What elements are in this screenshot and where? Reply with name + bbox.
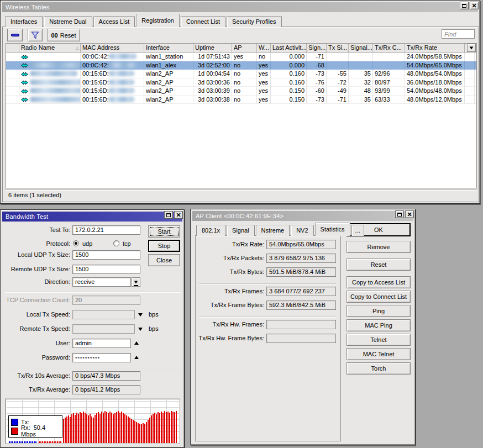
- tab-nstreme[interactable]: Nstreme: [256, 225, 290, 236]
- cell: 54.0Mbps/65.0Mbps: [405, 61, 465, 70]
- table-row[interactable]: 00:15:6D:wlan2_AP3d 03:00:39noyes0.150-6…: [6, 87, 476, 96]
- remove-button[interactable]: [7, 29, 23, 41]
- mac-ping-button[interactable]: MAC Ping: [347, 319, 411, 331]
- column-header-Radio Name[interactable]: Radio Name△: [19, 44, 81, 52]
- remote-tx-speed-unit: bps: [149, 325, 159, 332]
- window-title: Wireless Tables: [6, 4, 50, 10]
- close-button[interactable]: ✕: [405, 210, 414, 218]
- tab-security-profiles[interactable]: Security Profiles: [227, 16, 281, 27]
- cell: 1d 07:51:43: [193, 52, 232, 61]
- column-header-Tx/Rx Rate[interactable]: Tx/Rx Rate: [405, 44, 465, 52]
- remote-tx-speed-dropdown-icon[interactable]: [138, 328, 143, 331]
- column-header-Sign...[interactable]: Sign...: [307, 44, 327, 52]
- start-button[interactable]: Start: [148, 225, 180, 238]
- protocol-tcp-radio[interactable]: [113, 240, 119, 246]
- tab-nstreme-dual[interactable]: Nstreme Dual: [44, 16, 92, 27]
- tab-registration[interactable]: Registration: [136, 14, 180, 27]
- torch-button[interactable]: Torch: [347, 362, 411, 375]
- remove-button[interactable]: Remove: [347, 241, 411, 253]
- remote-udp-tx-size-input[interactable]: 1500: [72, 265, 140, 274]
- redacted-radio-name: [30, 71, 77, 76]
- tab-more[interactable]: ...: [351, 225, 364, 236]
- cell: no: [232, 96, 257, 104]
- column-header-AP[interactable]: AP: [232, 44, 257, 52]
- filter-button[interactable]: [28, 29, 43, 41]
- table-row[interactable]: 00:15:6D:wlan2_AP3d 03:00:36noyes0.160-7…: [6, 78, 476, 87]
- table-row[interactable]: 00:15:6D:wlan2_AP3d 03:00:38noyes0.150-7…: [6, 96, 476, 104]
- ping-button[interactable]: Ping: [347, 305, 411, 317]
- column-header-Tx/Rx C...[interactable]: Tx/Rx C...: [373, 44, 405, 52]
- table-row[interactable]: 00:0C:42:wlan1_station1d 07:51:43yesno0.…: [6, 52, 476, 61]
- close-button[interactable]: Close: [148, 254, 180, 266]
- telnet-button[interactable]: Telnet: [347, 334, 411, 346]
- user-collapse-icon[interactable]: [134, 341, 139, 345]
- tab-connect-list[interactable]: Connect List: [181, 16, 225, 27]
- rx-bar: [71, 414, 72, 443]
- tab-signal[interactable]: Signal: [227, 225, 255, 236]
- cell-radio-name: [19, 52, 81, 61]
- cell: 35: [349, 70, 373, 78]
- close-button[interactable]: ✕: [470, 2, 479, 9]
- tab-nv2[interactable]: NV2: [291, 225, 313, 236]
- direction-dropdown-button[interactable]: [132, 277, 140, 287]
- cell-mac-address: 00:0C:42:: [81, 61, 144, 70]
- password-input[interactable]: **********: [72, 353, 131, 362]
- rx-bar: [98, 412, 99, 443]
- column-header-MAC Address[interactable]: MAC Address: [81, 44, 144, 52]
- rx-idle-tick: [45, 441, 46, 443]
- tab-interfaces[interactable]: Interfaces: [5, 16, 43, 27]
- cell: 0.160: [271, 78, 307, 87]
- column-header-Last Activit...[interactable]: Last Activit...: [271, 44, 307, 52]
- tab-statistics[interactable]: Statistics: [315, 223, 350, 236]
- wireless-tables-titlebar[interactable]: Wireless Tables: [2, 2, 478, 12]
- password-collapse-icon[interactable]: [134, 356, 139, 359]
- direction-select[interactable]: receive: [72, 277, 131, 287]
- mac-telnet-button[interactable]: MAC Telnet: [347, 348, 411, 360]
- rx-bar: [104, 411, 106, 443]
- column-header-W...[interactable]: W...: [257, 44, 271, 52]
- copy-to-access-list-button[interactable]: Copy to Access List: [347, 276, 411, 288]
- rx-idle-tick: [55, 441, 56, 443]
- stop-button[interactable]: Stop: [148, 240, 180, 252]
- column-header-blank[interactable]: [6, 44, 19, 52]
- protocol-udp-radio[interactable]: [73, 240, 79, 246]
- tab-access-list[interactable]: Access List: [93, 16, 135, 27]
- rx-idle-tick: [54, 441, 55, 443]
- local-tx-speed-dropdown-icon[interactable]: [138, 313, 143, 317]
- find-input[interactable]: [442, 29, 475, 39]
- throughput-chart: Tx: Rx: 50.4 Mbps: [6, 399, 180, 444]
- column-header-Tx Si...[interactable]: Tx Si...: [327, 44, 349, 52]
- table-row[interactable]: 00:0C:42:wlan1_alex3d 02:52:00noyes0.000…: [6, 61, 476, 70]
- cell: [6, 87, 19, 95]
- rx-bar: [123, 413, 124, 443]
- maximize-button[interactable]: [460, 2, 469, 9]
- column-header-Interface[interactable]: Interface: [144, 44, 193, 52]
- close-button[interactable]: ✕: [174, 211, 183, 219]
- rx-bar: [66, 417, 67, 443]
- cell: no: [232, 78, 257, 87]
- tx-idle-tick: [25, 441, 27, 443]
- rx-legend-label: Rx: 50.4 Mbps: [21, 424, 60, 438]
- reset-button[interactable]: Reset: [347, 259, 411, 271]
- ap-client-titlebar[interactable]: AP Client <00:0C:42:61:9E:34>: [192, 211, 413, 221]
- maximize-button[interactable]: [164, 211, 173, 219]
- test-to-input[interactable]: 172.0.2.21: [72, 225, 140, 235]
- redacted-mac-suffix: [109, 97, 134, 102]
- column-select-button[interactable]: [467, 44, 476, 52]
- txrx-hw-frame-bytes-label: Tx/Rx Hw. Frame Bytes:: [196, 335, 264, 341]
- maximize-button[interactable]: [395, 210, 404, 218]
- local-udp-tx-size-input[interactable]: 1500: [72, 250, 140, 260]
- cell: 92/96: [373, 70, 405, 78]
- column-header-Uptime[interactable]: Uptime: [193, 44, 232, 52]
- tab-8021x[interactable]: 802.1x: [196, 225, 225, 236]
- user-input[interactable]: admin: [72, 339, 131, 348]
- column-header-Signal...[interactable]: Signal...: [349, 44, 373, 52]
- copy-to-connect-list-button[interactable]: Copy to Connect List: [347, 291, 411, 303]
- bandwidth-test-titlebar[interactable]: Bandwidth Test: [2, 212, 182, 222]
- cell: no: [257, 52, 271, 61]
- reset-button[interactable]: 00 Reset: [47, 29, 80, 41]
- cell: [465, 61, 475, 70]
- table-row[interactable]: 00:15:6D:wlan2_AP1d 00:04:54noyes0.160-7…: [6, 70, 476, 78]
- wireless-interface-icon: [21, 89, 28, 94]
- bandwidth-test-window: Bandwidth Test ✕ Test To: 172.0.2.21 Pro…: [0, 209, 185, 448]
